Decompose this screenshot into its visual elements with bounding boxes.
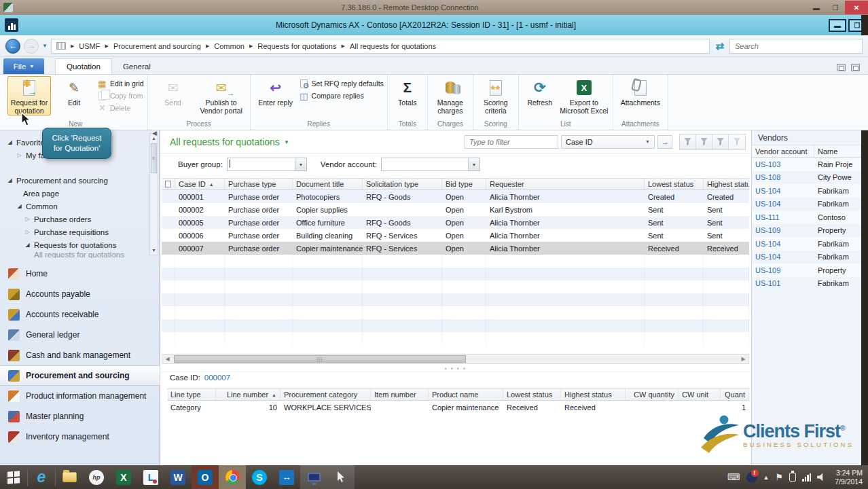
pane-layout-icon[interactable]: [851, 64, 860, 71]
column-header-cw-quantity[interactable]: CW quantity: [626, 389, 679, 400]
file-menu-button[interactable]: File▼: [3, 58, 44, 74]
scroll-left-icon[interactable]: ◀: [162, 356, 173, 362]
column-header-procurement-category[interactable]: Procurement category: [281, 389, 371, 400]
history-dropdown-icon[interactable]: ▼: [42, 43, 48, 49]
table-row[interactable]: 000001Purchase order PhotocopiersRFQ - G…: [162, 190, 749, 203]
start-button[interactable]: [0, 465, 27, 489]
pane-splitter[interactable]: ▪ ▪ ▪ ▪: [160, 365, 751, 372]
column-header-requester[interactable]: Requester: [486, 179, 645, 189]
manage-charges-button[interactable]: Manage charges: [431, 76, 469, 115]
expanded-icon[interactable]: ◢: [7, 139, 13, 145]
send-button[interactable]: ✉ Send: [151, 76, 195, 107]
alert-icon[interactable]: [746, 472, 757, 483]
table-row[interactable]: 000006Purchase order Building cleaningRF…: [162, 229, 749, 242]
filter-field-select[interactable]: Case ID▼: [561, 135, 655, 149]
taskbar-file-explorer[interactable]: [56, 465, 83, 489]
clear-filter-button[interactable]: [729, 134, 745, 149]
publish-to-vendor-portal-button[interactable]: ✉ Publish to Vendor portal: [196, 76, 247, 115]
list-item[interactable]: US-108City Powe: [752, 171, 861, 185]
taskbar-remote-desktop[interactable]: [300, 465, 327, 489]
tree-item-all-requests-clipped[interactable]: All requests for quotations: [7, 251, 160, 258]
factbox-title[interactable]: Vendors: [752, 130, 861, 145]
type-to-filter-input[interactable]: [469, 138, 554, 146]
page-title-dropdown-icon[interactable]: ▼: [284, 139, 289, 145]
list-item[interactable]: US-104Fabrikam: [752, 184, 861, 198]
expanded-icon[interactable]: ◢: [24, 242, 31, 248]
breadcrumb-module[interactable]: Procurement and sourcing: [113, 42, 201, 50]
table-row-selected[interactable]: 000007Purchase order Copier maintenanceR…: [162, 242, 749, 255]
sidebar-item-home[interactable]: Home: [0, 264, 160, 284]
column-header-vendor-name[interactable]: Name: [814, 145, 861, 157]
taskbar-teamviewer[interactable]: ↔: [273, 465, 300, 489]
collapse-pane-icon[interactable]: ◀: [152, 130, 157, 137]
delete-button[interactable]: ✕ Delete: [97, 103, 144, 113]
filter-button[interactable]: [680, 134, 696, 149]
taskbar-word[interactable]: W: [164, 465, 192, 489]
taskbar-chrome[interactable]: [219, 465, 246, 489]
list-item[interactable]: US-101Fabrikam: [752, 277, 861, 291]
column-header-solicitation-type[interactable]: Solicitation type: [363, 179, 442, 189]
edit-in-grid-button[interactable]: ▦ Edit in grid: [97, 79, 144, 88]
sidebar-item-accounts-payable[interactable]: Accounts payable: [0, 284, 160, 304]
sidebar-item-general-ledger[interactable]: General ledger: [0, 325, 160, 345]
sidebar-item-accounts-receivable[interactable]: Accounts receivable: [0, 304, 160, 325]
breadcrumb-page[interactable]: All requests for quotations: [350, 42, 436, 50]
taskbar-skype[interactable]: S: [246, 465, 273, 489]
collapsed-icon[interactable]: ▷: [16, 152, 22, 158]
rdp-restore-button[interactable]: ❒: [826, 1, 845, 14]
scoring-criteria-button[interactable]: Scoring criteria: [477, 76, 515, 115]
column-header-document-title[interactable]: Document title: [293, 179, 363, 189]
tree-item-area-page[interactable]: Area page: [7, 187, 160, 200]
tree-item-procurement-and-sourcing[interactable]: ◢Procurement and sourcing: [7, 174, 160, 187]
set-rfq-reply-defaults-button[interactable]: Set RFQ reply defaults: [299, 79, 384, 88]
chevron-down-icon[interactable]: ▼: [295, 158, 306, 170]
taskbar-pointer-app[interactable]: [327, 465, 355, 489]
chevron-down-icon[interactable]: ▼: [468, 158, 480, 170]
refresh-address-icon[interactable]: ⇄: [713, 40, 726, 52]
column-header-highest-status[interactable]: Highest status: [704, 179, 749, 189]
column-header-purchase-type[interactable]: Purchase type: [225, 179, 293, 189]
action-center-flag-icon[interactable]: ⚑: [775, 472, 783, 482]
volume-icon[interactable]: [817, 473, 826, 482]
tree-scrollbar[interactable]: ▲ ≡ ▼: [149, 133, 158, 255]
ax-minimize-button[interactable]: ▬: [829, 19, 846, 32]
window-arrange-icon[interactable]: [837, 64, 846, 71]
tree-item-purchase-requisitions[interactable]: ▷Purchase requisitions: [7, 225, 160, 238]
taskbar-outlook[interactable]: O: [192, 465, 219, 489]
touch-keyboard-icon[interactable]: ⌨: [727, 472, 740, 482]
apply-filter-button[interactable]: →: [657, 135, 672, 149]
column-header-vendor-account[interactable]: Vendor account: [752, 145, 814, 157]
column-header-lowest-status[interactable]: Lowest status: [503, 389, 561, 400]
scrollbar-thumb[interactable]: |||: [174, 355, 466, 363]
back-button[interactable]: ←: [5, 39, 20, 54]
column-header-bid-type[interactable]: Bid type: [442, 179, 486, 189]
scroll-right-icon[interactable]: ▶: [738, 356, 748, 362]
rdp-minimize-button[interactable]: ▬: [807, 1, 826, 14]
taskbar-hp[interactable]: hp: [83, 465, 110, 489]
sidebar-item-inventory-management[interactable]: Inventory management: [0, 427, 160, 447]
scroll-down-icon[interactable]: ▼: [150, 246, 158, 255]
attachments-button[interactable]: Attachments: [617, 76, 664, 107]
table-row[interactable]: 000002Purchase order Copier supplies Ope…: [162, 203, 749, 216]
column-header-line-type[interactable]: Line type: [167, 389, 216, 400]
list-item[interactable]: US-111Contoso: [752, 211, 861, 224]
column-header-line-number[interactable]: Line number▲: [216, 389, 281, 400]
tab-quotation[interactable]: Quotation: [55, 58, 112, 74]
column-header-lowest-status[interactable]: Lowest status: [645, 179, 704, 189]
taskbar-clock[interactable]: 3:24 PM 7/9/2014: [832, 469, 863, 486]
compare-replies-button[interactable]: ◫ Compare replies: [299, 91, 384, 101]
column-header-product-name[interactable]: Product name: [429, 389, 503, 400]
advanced-filter-button[interactable]: [712, 134, 729, 149]
column-header-case-id[interactable]: Case ID▲: [175, 179, 225, 189]
buyer-group-combobox[interactable]: ▼: [227, 158, 307, 171]
power-plug-icon[interactable]: [789, 473, 796, 482]
select-all-checkbox[interactable]: [162, 179, 175, 189]
show-hidden-icons[interactable]: ▲: [763, 474, 770, 481]
expanded-icon[interactable]: ◢: [7, 177, 13, 183]
export-to-excel-button[interactable]: X Export to Microsoft Excel: [559, 76, 609, 115]
expanded-icon[interactable]: ◢: [16, 203, 22, 209]
refresh-button[interactable]: ⟳ Refresh: [522, 76, 558, 107]
breadcrumb-company[interactable]: USMF: [79, 42, 100, 50]
edit-button[interactable]: ✎ Edit: [52, 76, 96, 107]
case-id-link[interactable]: 000007: [204, 374, 230, 382]
